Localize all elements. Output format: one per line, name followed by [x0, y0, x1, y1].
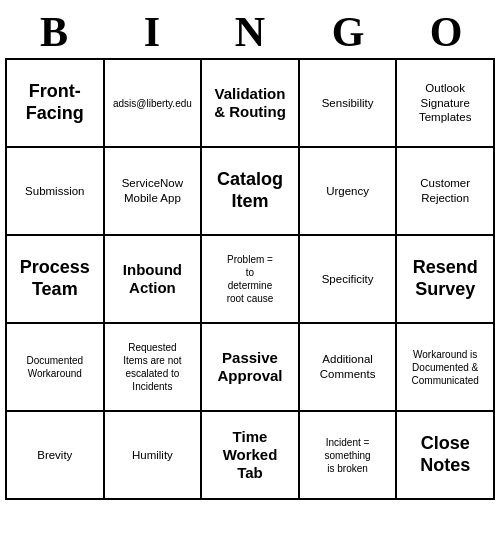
cell-12: Problem = to determine root cause	[202, 236, 300, 324]
cell-text-21: Humility	[132, 448, 173, 463]
cell-text-23: Incident = something is broken	[325, 436, 371, 475]
cell-text-7: Catalog Item	[217, 169, 283, 212]
cell-text-3: Sensibility	[322, 96, 374, 111]
bingo-header: BINGO	[5, 8, 495, 56]
cell-text-11: Inbound Action	[123, 261, 182, 297]
cell-text-0: Front- Facing	[26, 81, 84, 124]
cell-text-4: Outlook Signature Templates	[419, 81, 471, 126]
bingo-letter-B: B	[10, 8, 98, 56]
cell-text-2: Validation & Routing	[214, 85, 286, 121]
cell-5: Submission	[7, 148, 105, 236]
cell-1: adsis@liberty.edu	[105, 60, 203, 148]
cell-20: Brevity	[7, 412, 105, 500]
cell-text-15: Documented Workaround	[26, 354, 83, 380]
bingo-grid: Front- Facingadsis@liberty.eduValidation…	[5, 58, 495, 500]
bingo-letter-G: G	[304, 8, 392, 56]
bingo-card: BINGO Front- Facingadsis@liberty.eduVali…	[5, 8, 495, 500]
cell-6: ServiceNow Mobile App	[105, 148, 203, 236]
cell-text-24: Close Notes	[420, 433, 470, 476]
cell-2: Validation & Routing	[202, 60, 300, 148]
cell-16: Requested Items are not escalated to Inc…	[105, 324, 203, 412]
bingo-letter-O: O	[402, 8, 490, 56]
cell-18: Additional Comments	[300, 324, 398, 412]
cell-0: Front- Facing	[7, 60, 105, 148]
cell-text-1: adsis@liberty.edu	[113, 97, 192, 110]
cell-11: Inbound Action	[105, 236, 203, 324]
cell-text-5: Submission	[25, 184, 84, 199]
cell-text-9: Customer Rejection	[420, 176, 470, 206]
cell-text-22: Time Worked Tab	[223, 428, 278, 482]
cell-text-12: Problem = to determine root cause	[227, 253, 274, 305]
cell-text-10: Process Team	[20, 257, 90, 300]
cell-4: Outlook Signature Templates	[397, 60, 495, 148]
cell-text-14: Resend Survey	[413, 257, 478, 300]
cell-text-17: Passive Approval	[217, 349, 282, 385]
cell-9: Customer Rejection	[397, 148, 495, 236]
cell-8: Urgency	[300, 148, 398, 236]
cell-15: Documented Workaround	[7, 324, 105, 412]
cell-17: Passive Approval	[202, 324, 300, 412]
cell-22: Time Worked Tab	[202, 412, 300, 500]
cell-7: Catalog Item	[202, 148, 300, 236]
cell-19: Workaround is Documented & Communicated	[397, 324, 495, 412]
cell-text-19: Workaround is Documented & Communicated	[412, 348, 479, 387]
cell-24: Close Notes	[397, 412, 495, 500]
cell-text-6: ServiceNow Mobile App	[122, 176, 183, 206]
cell-text-16: Requested Items are not escalated to Inc…	[123, 341, 181, 393]
bingo-letter-I: I	[108, 8, 196, 56]
cell-text-8: Urgency	[326, 184, 369, 199]
cell-13: Specificity	[300, 236, 398, 324]
bingo-letter-N: N	[206, 8, 294, 56]
cell-3: Sensibility	[300, 60, 398, 148]
cell-text-13: Specificity	[322, 272, 374, 287]
cell-text-20: Brevity	[37, 448, 72, 463]
cell-23: Incident = something is broken	[300, 412, 398, 500]
cell-21: Humility	[105, 412, 203, 500]
cell-10: Process Team	[7, 236, 105, 324]
cell-14: Resend Survey	[397, 236, 495, 324]
cell-text-18: Additional Comments	[320, 352, 376, 382]
